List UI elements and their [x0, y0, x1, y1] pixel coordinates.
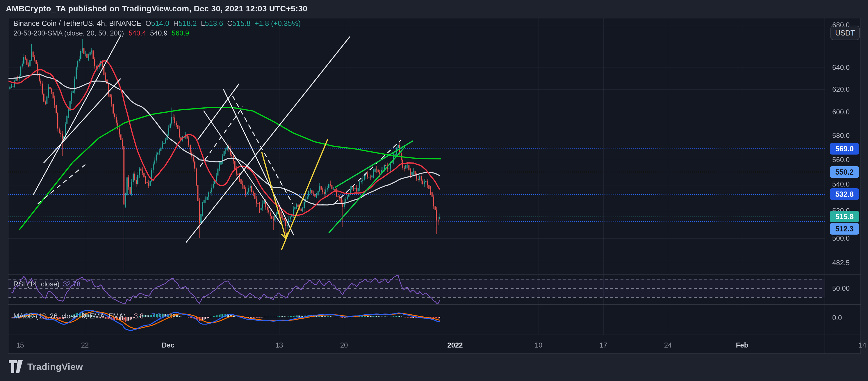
price-axis-label: 640.0: [832, 63, 850, 71]
published-header: AMBCrypto_TA published on TradingView.co…: [6, 4, 307, 13]
price-axis-label: 620.0: [832, 85, 850, 93]
time-axis-label: 24: [664, 341, 672, 349]
time-axis-label: Dec: [162, 341, 175, 349]
symbol-title: Binance Coin / TetherUS, 4h, BINANCE: [13, 19, 141, 27]
time-axis-label: Feb: [736, 341, 748, 349]
high-value: 518.2: [179, 19, 197, 27]
tradingview-brand-text: TradingView: [27, 361, 83, 372]
time-axis-label: 14: [859, 341, 867, 349]
price-badge-550.2: 550.2: [830, 166, 859, 178]
time-axis-label: 17: [599, 341, 608, 349]
tradingview-logo-icon: [9, 360, 23, 373]
price-badge-512.3: 512.3: [830, 223, 859, 235]
low-value: 513.6: [205, 19, 223, 27]
sma200-value: 560.9: [172, 29, 189, 37]
time-axis-label: 2022: [447, 341, 463, 349]
price-axis-label: 50.00: [832, 284, 850, 293]
tradingview-published-chart: AMBCrypto_TA published on TradingView.co…: [0, 0, 868, 381]
price-axis-label: 560.0: [832, 156, 850, 164]
sma20-value: 540.4: [128, 29, 146, 37]
macd-hist-value: −3.8: [130, 312, 144, 320]
time-axis-label: 20: [340, 341, 348, 349]
sma50-value: 540.9: [150, 29, 167, 37]
price-axis-label: 680.0: [832, 21, 850, 29]
time-axis-label: 13: [275, 341, 283, 349]
open-value: 514.0: [151, 19, 169, 27]
price-axis-label: 500.0: [832, 234, 850, 242]
price-axis-label: 482.5: [832, 259, 850, 267]
price-axis-label: 580.0: [832, 131, 850, 140]
macd-signal-value: −3.4: [164, 312, 178, 320]
macd-legend[interactable]: MACD (12, 26, close, 9, EMA, EMA)−3.8−7.…: [13, 312, 178, 320]
rsi-value: 32.78: [63, 280, 81, 288]
time-axis-label: 15: [16, 341, 24, 349]
price-badge-532.8: 532.8: [830, 188, 859, 200]
close-value: 515.8: [232, 19, 251, 27]
price-axis-label: 600.0: [832, 108, 850, 116]
change-value: +1.8 (+0.35%): [255, 19, 301, 27]
price-badge-569.0: 569.0: [830, 143, 859, 154]
macd-line-value: −7.3: [147, 312, 161, 320]
time-axis-label: 10: [535, 341, 542, 349]
time-axis-label: 22: [81, 341, 89, 349]
rsi-label: RSI (14, close): [13, 280, 60, 288]
price-axis-label: 540.0: [832, 180, 850, 188]
close-label: C: [227, 19, 232, 27]
sma-label: 20-50-200-SMA (close, 20, 50, 200): [13, 29, 124, 37]
high-label: H: [173, 19, 179, 27]
symbol-legend[interactable]: Binance Coin / TetherUS, 4h, BINANCEO514…: [13, 19, 301, 28]
tradingview-watermark[interactable]: TradingView: [9, 360, 83, 373]
macd-label: MACD (12, 26, close, 9, EMA, EMA): [13, 312, 126, 320]
rsi-legend[interactable]: RSI (14, close)32.78: [13, 280, 81, 288]
sma-legend[interactable]: 20-50-200-SMA (close, 20, 50, 200)540.45…: [13, 29, 189, 37]
price-badge-515.8: 515.8: [830, 211, 859, 223]
price-axis-label: 0.0: [832, 314, 842, 322]
open-label: O: [145, 19, 151, 27]
low-label: L: [201, 19, 205, 27]
chart-canvas[interactable]: [0, 0, 868, 381]
